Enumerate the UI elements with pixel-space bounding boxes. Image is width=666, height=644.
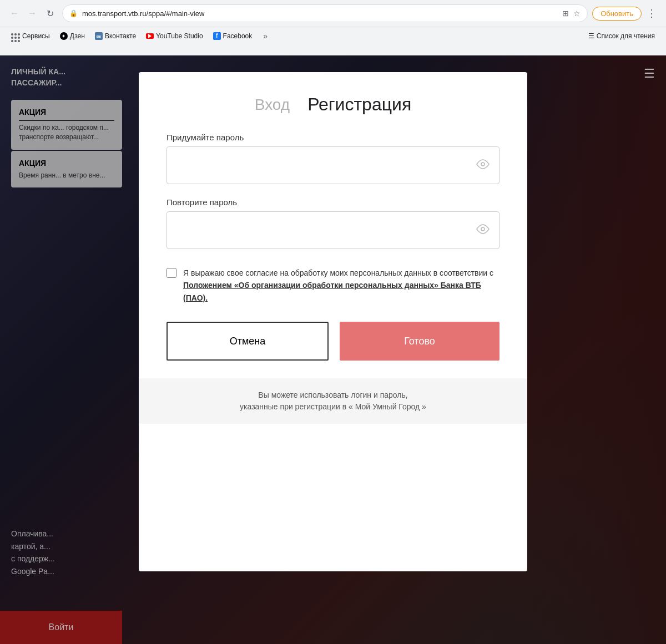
consent-section: Я выражаю свое согласие на обработку мои… [167,267,500,304]
buttons-row: Отмена Готово [167,322,500,361]
footer-text: Вы можете использовать логин и пароль, у… [167,389,500,413]
bookmark-facebook[interactable]: f Facebook [209,30,257,42]
bookmark-vk-label: Вконтакте [105,32,136,40]
page-content: ЛИЧНЫЙ КА... ПАССАЖИР... ☰ АКЦИЯ Скидки … [0,55,666,644]
browser-toolbar: ← → ↻ 🔒 mos.transport.vtb.ru/sppa/#/main… [0,0,666,27]
confirm-password-group: Повторите пароль [167,197,500,249]
modal-footer: Вы можете использовать логин и пароль, у… [139,378,527,424]
confirm-password-label: Повторите пароль [167,197,500,207]
registration-modal: Вход Регистрация Придумайте пароль [139,72,527,571]
password-label: Придумайте пароль [167,133,500,142]
nav-buttons: ← → ↻ [7,6,58,21]
tab-register[interactable]: Регистрация [307,94,411,115]
bookmark-youtube-label: YouTube Studio [156,32,203,40]
update-button[interactable]: Обновить [592,7,642,21]
reading-list[interactable]: ☰ Список для чтения [584,31,659,42]
modal-tabs: Вход Регистрация [167,94,500,115]
bookmark-dzen-label: Дзен [70,32,85,40]
address-bar[interactable]: 🔒 mos.transport.vtb.ru/sppa/#/main-view … [62,4,588,22]
browser-actions: Обновить ⋮ [592,6,659,21]
eye-icon-password[interactable] [476,159,490,172]
consent-link[interactable]: Положением «Об организации обработки пер… [183,281,481,302]
bookmarks-more[interactable]: » [260,30,271,42]
back-button[interactable]: ← [7,6,22,21]
bookmark-services[interactable]: Сервисы [7,28,54,44]
forward-button[interactable]: → [24,6,40,21]
svg-point-1 [481,227,485,231]
confirm-password-input[interactable] [167,212,499,249]
consent-text: Я выражаю свое согласие на обработку мои… [183,267,500,304]
reading-list-icon: ☰ [588,32,594,40]
reading-list-label: Список для чтения [597,32,655,40]
password-input-wrapper [167,146,500,184]
translate-icon[interactable]: ⊞ [562,9,569,18]
facebook-icon: f [213,32,221,40]
consent-text-before: Я выражаю свое согласие на обработку мои… [183,268,493,277]
footer-line1: Вы можете использовать логин и пароль, [167,389,500,401]
bookmark-dzen[interactable]: ✦ Дзен [56,30,89,42]
confirm-password-input-wrapper [167,211,500,249]
refresh-button[interactable]: ↻ [42,6,58,21]
menu-button[interactable]: ⋮ [644,6,659,21]
cancel-button[interactable]: Отмена [167,322,329,361]
footer-line2: указанные при регистрации в « Мой Умный … [167,401,500,413]
youtube-icon [146,32,154,40]
bookmarks-bar: Сервисы ✦ Дзен вк Вконтакте YouTube Stud… [0,27,666,44]
vk-icon: вк [95,32,103,40]
bookmark-youtube[interactable]: YouTube Studio [142,31,208,42]
svg-point-0 [481,163,485,166]
grid-icon [11,29,20,42]
bookmark-services-label: Сервисы [22,32,50,40]
url-text: mos.transport.vtb.ru/sppa/#/main-view [82,9,558,18]
password-group: Придумайте пароль [167,133,500,184]
eye-icon-confirm[interactable] [476,224,490,237]
lock-icon: 🔒 [69,9,78,17]
star-icon[interactable]: ☆ [573,9,581,18]
browser-chrome: ← → ↻ 🔒 mos.transport.vtb.ru/sppa/#/main… [0,0,666,55]
tab-login[interactable]: Вход [255,96,290,114]
dzen-icon: ✦ [60,32,68,40]
password-input[interactable] [167,147,499,184]
modal-overlay: Вход Регистрация Придумайте пароль [0,55,666,644]
bookmark-vk[interactable]: вк Вконтакте [90,30,140,42]
submit-button[interactable]: Готово [340,322,500,361]
consent-checkbox[interactable] [167,268,176,278]
bookmark-facebook-label: Facebook [223,32,253,40]
